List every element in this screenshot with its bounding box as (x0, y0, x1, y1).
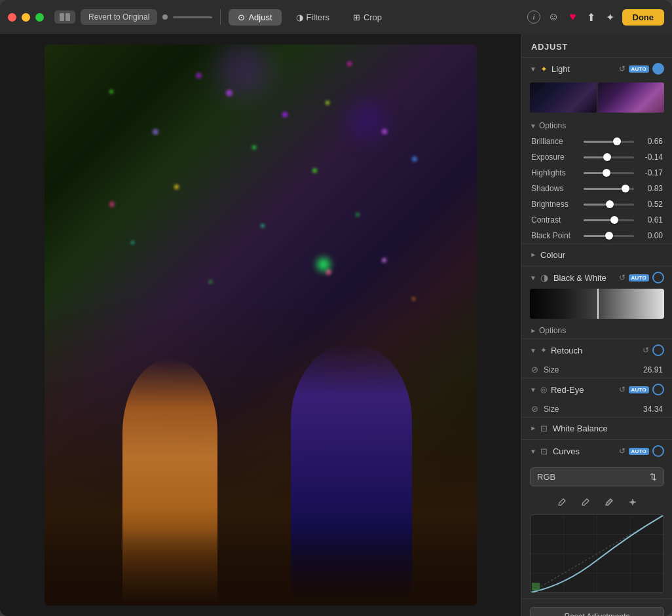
curves-reset-icon[interactable]: ↺ (619, 446, 625, 456)
slider-contrast: Contrast 0.61 (522, 212, 672, 228)
slider-brilliance-track[interactable] (584, 141, 634, 143)
red-eye-size-label: Size (544, 405, 638, 414)
layout-toggle-button[interactable] (54, 10, 75, 24)
curves-section-actions: ↺ AUTO (619, 445, 664, 457)
section-retouch-header[interactable]: ▼ ✦ Retouch ↺ (522, 339, 672, 361)
light-preview (522, 80, 672, 118)
wb-section-title: White Balance (553, 424, 664, 433)
section-curves-header[interactable]: ▼ ⊡ Curves ↺ AUTO (522, 440, 672, 462)
auto-badge: AUTO (629, 65, 649, 73)
retouch-section-title: Retouch (551, 346, 639, 355)
red-eye-toggle[interactable] (652, 384, 664, 395)
photo-container (45, 45, 477, 606)
retouch-chevron-icon: ▼ (530, 347, 536, 354)
eyedropper-white-button[interactable] (601, 496, 618, 511)
eyedropper-black-button[interactable] (553, 496, 570, 511)
slider-brightness: Brightness 0.52 (522, 196, 672, 212)
section-white-balance: ▼ ⊡ White Balance (522, 418, 672, 440)
curves-svg (531, 515, 663, 592)
slider-highlights-track[interactable] (584, 172, 634, 174)
slider-contrast-label: Contrast (531, 215, 578, 225)
progress-indicator (173, 16, 212, 18)
revert-to-original-button[interactable]: Revert to Original (81, 9, 157, 25)
red-eye-size-row: ⊘ Size 34.34 (522, 401, 672, 417)
section-light-header[interactable]: ▼ ✦ Light ↺ AUTO (522, 58, 672, 80)
retouch-reset-icon[interactable]: ↺ (643, 346, 649, 355)
rgb-dropdown-arrow: ⇅ (650, 472, 657, 482)
curves-graph[interactable] (530, 515, 664, 593)
bw-reset-icon[interactable]: ↺ (619, 273, 625, 282)
light-preview-after (598, 82, 665, 113)
crop-icon: ⊞ (353, 12, 360, 22)
bw-toggle[interactable] (652, 272, 664, 283)
section-white-balance-header[interactable]: ▼ ⊡ White Balance (522, 418, 672, 439)
slider-exposure: Exposure -0.14 (522, 149, 672, 165)
section-red-eye-header[interactable]: ▼ ◎ Red-Eye ↺ AUTO (522, 378, 672, 401)
section-light: ▼ ✦ Light ↺ AUTO ▼ Options (522, 58, 672, 244)
maximize-button[interactable] (35, 13, 44, 22)
eyedropper-gray-button[interactable] (577, 496, 594, 511)
info-button[interactable]: i (527, 10, 540, 24)
svg-rect-15 (532, 583, 540, 590)
slider-shadows-value: 0.83 (639, 184, 663, 193)
slider-exposure-value: -0.14 (639, 153, 663, 162)
light-section-title: Light (551, 64, 615, 74)
right-panel: ADJUST ▼ ✦ Light ↺ AUTO ▼ Optio (521, 34, 672, 616)
close-button[interactable] (8, 13, 16, 22)
bw-preview-strip (530, 289, 664, 319)
bw-options-toggle[interactable]: ▼ Options (522, 323, 672, 338)
options-chevron-icon: ▼ (530, 122, 536, 130)
traffic-lights (8, 13, 44, 22)
light-chevron-icon: ▼ (530, 65, 536, 73)
slider-highlights: Highlights -0.17 (522, 165, 672, 181)
section-bw-header[interactable]: ▼ ◑ Black & White ↺ AUTO (522, 266, 672, 289)
curves-chevron-icon: ▼ (530, 448, 536, 455)
svg-point-4 (605, 505, 607, 506)
tab-crop[interactable]: ⊞ Crop (344, 9, 391, 26)
red-eye-size-value: 34.34 (643, 405, 663, 414)
rgb-dropdown[interactable]: RGB ⇅ (530, 467, 664, 486)
slider-contrast-track[interactable] (584, 219, 634, 221)
light-reset-icon[interactable]: ↺ (619, 64, 625, 73)
slider-highlights-value: -0.17 (639, 168, 663, 177)
bw-chevron-icon: ▼ (530, 274, 536, 281)
section-colour-header[interactable]: ▼ Colour (522, 244, 672, 266)
smiley-button[interactable]: ☺ (546, 9, 561, 26)
share-button[interactable]: ⬆ (584, 9, 598, 26)
retouch-size-value: 26.91 (643, 365, 663, 374)
slider-shadows-track[interactable] (584, 188, 634, 190)
slider-black-point-track[interactable] (584, 235, 634, 237)
slider-shadows: Shadows 0.83 (522, 181, 672, 196)
red-eye-reset-icon[interactable]: ↺ (619, 385, 625, 394)
reset-adjustments-button[interactable]: Reset Adjustments (530, 607, 664, 616)
curves-toggle[interactable] (652, 445, 664, 457)
slider-brightness-track[interactable] (584, 204, 634, 206)
retouch-toggle[interactable] (652, 344, 664, 356)
section-curves: ▼ ⊡ Curves ↺ AUTO RGB ⇅ (522, 440, 672, 599)
tab-adjust[interactable]: ⊙ Adjust (229, 9, 281, 26)
slider-exposure-label: Exposure (531, 153, 578, 162)
done-button[interactable]: Done (622, 9, 665, 26)
rgb-label: RGB (537, 472, 555, 482)
section-bw: ▼ ◑ Black & White ↺ AUTO ▼ Options (522, 266, 672, 339)
slider-brightness-label: Brightness (531, 200, 578, 209)
curves-icon: ⊡ (540, 446, 548, 456)
minimize-button[interactable] (22, 13, 30, 22)
more-tools-button[interactable]: ✦ (603, 9, 617, 26)
retouch-size-label: Size (544, 365, 638, 374)
tab-filters[interactable]: ◑ Filters (287, 9, 339, 26)
light-toggle[interactable] (652, 63, 664, 75)
retouch-size-row: ⊘ Size 26.91 (522, 361, 672, 378)
red-eye-section-title: Red-Eye (551, 385, 615, 395)
titlebar: Revert to Original ⊙ Adjust ◑ Filters ⊞ … (0, 0, 672, 34)
slider-black-point: Black Point 0.00 (522, 228, 672, 244)
favorite-button[interactable]: ♥ (567, 8, 578, 26)
red-eye-section-actions: ↺ AUTO (619, 384, 664, 395)
light-options-toggle[interactable]: ▼ Options (522, 118, 672, 134)
sun-icon: ✦ (540, 64, 548, 74)
light-section-actions: ↺ AUTO (619, 63, 664, 75)
photo-image (45, 45, 477, 606)
slider-exposure-track[interactable] (584, 156, 634, 158)
retouch-section-actions: ↺ (643, 344, 664, 356)
crosshair-button[interactable] (624, 496, 641, 511)
